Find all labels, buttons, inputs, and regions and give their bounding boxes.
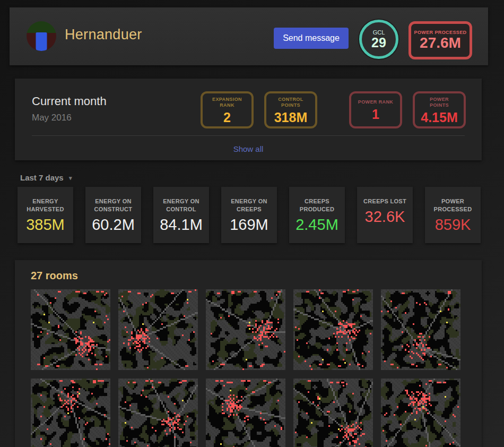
room-thumbnail[interactable] bbox=[381, 289, 460, 370]
expansion-rank-badge: EXPANSION RANK 2 bbox=[201, 91, 254, 128]
power-processed-badge: POWER PROCESSED 27.6M bbox=[409, 21, 472, 59]
stat-label: CREEPS PRODUCED bbox=[289, 197, 345, 213]
current-month-subtitle: May 2016 bbox=[32, 113, 72, 123]
room-thumbnail[interactable] bbox=[31, 379, 110, 447]
period-dropdown[interactable]: Last 7 days ▾ bbox=[20, 173, 72, 182]
avatar-badge-icon bbox=[36, 32, 47, 51]
stat-value: 2.45M bbox=[289, 216, 345, 234]
player-avatar[interactable] bbox=[27, 21, 56, 51]
stat-label: ENERGY ON CONTROL bbox=[153, 197, 209, 213]
divider bbox=[32, 135, 465, 136]
gcl-badge: GCL 29 bbox=[359, 20, 398, 59]
power-processed-value: 27.6M bbox=[420, 35, 461, 51]
power-rank-label: POWER RANK bbox=[357, 99, 394, 105]
gcl-value: 29 bbox=[371, 36, 386, 49]
room-thumbnail[interactable] bbox=[293, 379, 373, 447]
room-thumbnail[interactable] bbox=[31, 289, 110, 370]
stat-card-power-processed: POWER PROCESSED 859K bbox=[425, 187, 481, 243]
room-thumbnail[interactable] bbox=[206, 289, 285, 370]
expansion-rank-label: EXPANSION RANK bbox=[208, 97, 246, 108]
current-month-title: Current month bbox=[32, 94, 107, 108]
control-points-value: 318M bbox=[274, 110, 308, 125]
room-thumbnail[interactable] bbox=[206, 379, 285, 447]
power-rank-badge: POWER RANK 1 bbox=[349, 91, 402, 128]
rooms-count-heading: 27 rooms bbox=[31, 270, 78, 282]
stats-row: ENERGY HARVESTED 385M ENERGY ON CONSTRUC… bbox=[18, 187, 481, 243]
stat-value: 84.1M bbox=[153, 216, 209, 234]
stat-card-energy-control: ENERGY ON CONTROL 84.1M bbox=[153, 187, 209, 243]
stat-card-creeps-lost: CREEPS LOST 32.6K bbox=[357, 187, 413, 243]
stat-card-energy-harvested: ENERGY HARVESTED 385M bbox=[18, 187, 73, 243]
chevron-down-icon: ▾ bbox=[69, 175, 72, 182]
stat-value: 859K bbox=[425, 216, 481, 234]
username: Hernanduer bbox=[65, 27, 142, 43]
stat-card-energy-creeps: ENERGY ON CREEPS 169M bbox=[221, 187, 277, 243]
power-points-badge: POWER POINTS 4.15M bbox=[413, 91, 466, 128]
stat-value: 385M bbox=[18, 216, 73, 234]
profile-header: Hernanduer Send message GCL 29 POWER PRO… bbox=[10, 7, 488, 65]
current-month-card: Current month May 2016 EXPANSION RANK 2 … bbox=[15, 79, 482, 160]
stat-label: ENERGY ON CREEPS bbox=[221, 197, 277, 213]
stat-card-energy-construct: ENERGY ON CONSTRUCT 60.2M bbox=[85, 187, 141, 243]
period-dropdown-label: Last 7 days bbox=[20, 173, 64, 182]
stat-label: POWER PROCESSED bbox=[425, 197, 481, 213]
control-points-badge: CONTROL POINTS 318M bbox=[264, 91, 317, 128]
power-points-value: 4.15M bbox=[421, 110, 457, 125]
expansion-rank-value: 2 bbox=[223, 110, 231, 125]
power-rank-value: 1 bbox=[372, 107, 379, 122]
room-thumbnail[interactable] bbox=[118, 379, 198, 447]
send-message-button[interactable]: Send message bbox=[274, 28, 349, 49]
control-points-label: CONTROL POINTS bbox=[272, 97, 309, 108]
power-points-label: POWER POINTS bbox=[421, 97, 458, 108]
room-thumbnail[interactable] bbox=[118, 289, 198, 370]
room-thumbnail[interactable] bbox=[381, 379, 460, 447]
stat-label: ENERGY HARVESTED bbox=[18, 197, 73, 213]
stat-value: 60.2M bbox=[85, 216, 141, 234]
show-all-link[interactable]: Show all bbox=[15, 144, 482, 153]
room-thumbnail[interactable] bbox=[293, 289, 373, 370]
stat-card-creeps-produced: CREEPS PRODUCED 2.45M bbox=[289, 187, 345, 243]
stat-label: CREEPS LOST bbox=[357, 197, 413, 205]
rooms-grid bbox=[31, 289, 460, 447]
rooms-panel: 27 rooms bbox=[15, 260, 482, 447]
stat-value: 32.6K bbox=[357, 208, 413, 226]
stat-label: ENERGY ON CONSTRUCT bbox=[85, 197, 141, 213]
stat-value: 169M bbox=[221, 216, 277, 234]
